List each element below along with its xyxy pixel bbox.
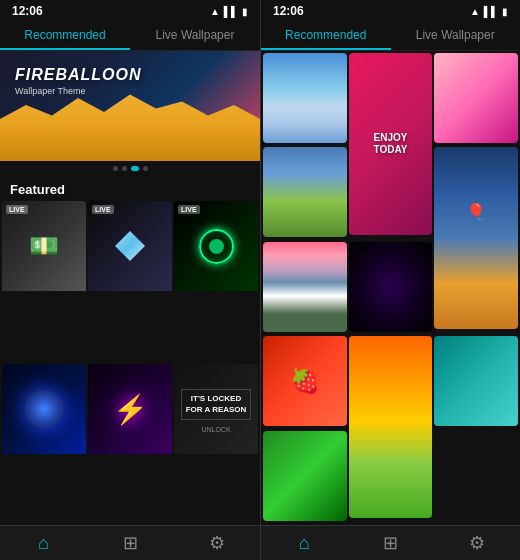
diamond-shape-icon [115,231,145,261]
bottom-nav-right: ⌂ ⊞ ⚙ [261,525,520,560]
battery-icon-right: ▮ [502,6,508,17]
dot-3[interactable] [131,166,139,171]
featured-section-title: Featured [0,176,260,201]
circle-glow-icon [199,229,234,264]
live-badge-circle: LIVE [178,205,200,214]
hero-text-container: FIREBALLOON Wallpaper Theme [15,66,142,96]
bottom-nav-left: ⌂ ⊞ ⚙ [0,525,260,560]
hero-background: FIREBALLOON Wallpaper Theme [0,51,260,161]
wp-circle-bg [174,201,258,291]
nav-home-right[interactable]: ⌂ [261,532,347,554]
wallpaper-locked[interactable]: IT'S LOCKEDFOR A REASON UNLOCK [174,364,258,525]
hero-banner[interactable]: FIREBALLOON Wallpaper Theme [0,51,260,161]
grid-item-mount-fuji[interactable] [263,242,347,332]
wallpaper-grid-right: ENJOYTODAY 🎈 🍓 [261,51,520,525]
status-bar-right: 12:06 ▲ ▌▌ ▮ [261,0,520,22]
grid-item-mountains[interactable] [263,53,347,143]
nav-settings-left[interactable]: ⚙ [173,532,260,554]
hero-title: FIREBALLOON [15,66,142,84]
smoke-icon [24,389,64,429]
locked-text: IT'S LOCKEDFOR A REASON [181,389,252,420]
grid-item-space[interactable] [349,242,433,332]
carousel-dots [0,161,260,176]
nav-settings-right[interactable]: ⚙ [434,532,520,554]
tab-recommended-right[interactable]: Recommended [261,22,391,50]
wp-money-bg: 💵 [2,201,86,291]
circle-inner-icon [209,239,224,254]
grid-item-forest[interactable] [263,431,347,521]
wp-smoke-bg [2,364,86,454]
tab-live-left[interactable]: Live Wallpaper [130,22,260,50]
wp-diamond-bg [88,201,172,291]
grid-item-sunset[interactable] [349,336,433,518]
wallpaper-circle[interactable]: LIVE [174,201,258,362]
dot-4[interactable] [143,166,148,171]
grid-item-strawberry[interactable]: 🍓 [263,336,347,426]
wp-lightning-bg: ⚡ [88,364,172,454]
status-icons-left: ▲ ▌▌ ▮ [210,6,248,17]
signal-icon: ▌▌ [224,6,238,17]
live-badge-money: LIVE [6,205,28,214]
wp-locked-bg: IT'S LOCKEDFOR A REASON UNLOCK [174,364,258,454]
tab-recommended-left[interactable]: Recommended [0,22,130,50]
dot-2[interactable] [122,166,127,171]
content-left: FIREBALLOON Wallpaper Theme Featured LIV… [0,51,260,525]
lightning-icon: ⚡ [113,393,148,426]
grid-item-balloons-sky[interactable]: 🎈 [434,147,518,329]
strawberry-icon: 🍓 [263,336,347,426]
featured-grid: LIVE 💵 LIVE LIVE [0,201,260,525]
tab-live-right[interactable]: Live Wallpaper [391,22,521,50]
wallpaper-diamond[interactable]: LIVE [88,201,172,362]
money-icon: 💵 [29,232,59,260]
left-screen: 12:06 ▲ ▌▌ ▮ Recommended Live Wallpaper … [0,0,260,560]
grid-item-teal[interactable] [434,336,518,426]
grid-item-landscape[interactable] [263,147,347,237]
balloon-emoji-icon: 🎈 [466,202,486,221]
grid-item-enjoy[interactable]: ENJOYTODAY [349,53,433,235]
status-bar-left: 12:06 ▲ ▌▌ ▮ [0,0,260,22]
battery-icon: ▮ [242,6,248,17]
nav-home-left[interactable]: ⌂ [0,532,87,554]
status-icons-right: ▲ ▌▌ ▮ [470,6,508,17]
wifi-icon-right: ▲ [470,6,480,17]
time-left: 12:06 [12,4,43,18]
nav-apps-right[interactable]: ⊞ [347,532,433,554]
wifi-icon: ▲ [210,6,220,17]
live-badge-diamond: LIVE [92,205,114,214]
wallpaper-money[interactable]: LIVE 💵 [2,201,86,362]
tab-bar-left: Recommended Live Wallpaper [0,22,260,51]
enjoy-today-text: ENJOYTODAY [374,132,408,156]
hero-subtitle: Wallpaper Theme [15,86,142,96]
wallpaper-smoke[interactable] [2,364,86,525]
time-right: 12:06 [273,4,304,18]
dot-1[interactable] [113,166,118,171]
nav-apps-left[interactable]: ⊞ [87,532,174,554]
grid-item-cherry[interactable] [434,53,518,143]
right-screen: 12:06 ▲ ▌▌ ▮ Recommended Live Wallpaper … [260,0,520,560]
tab-bar-right: Recommended Live Wallpaper [261,22,520,51]
locked-subtext: UNLOCK [201,426,230,433]
hero-balloons-decoration [0,91,260,161]
wallpaper-lightning[interactable]: ⚡ [88,364,172,525]
signal-icon-right: ▌▌ [484,6,498,17]
